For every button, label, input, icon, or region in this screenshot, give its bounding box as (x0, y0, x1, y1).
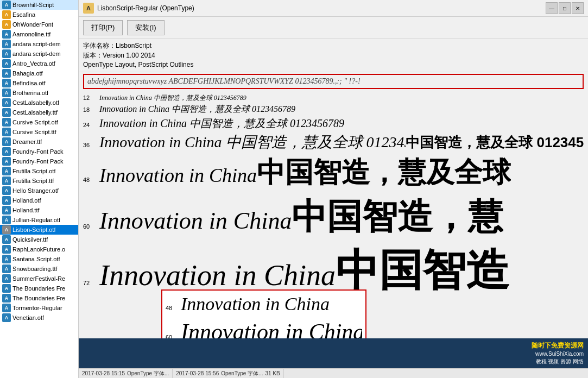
sidebar-item-19[interactable]: AHello Stranger.otf (0, 186, 78, 196)
sidebar-item-7[interactable]: ABahagia.otf (0, 68, 78, 78)
font-icon-22: A (2, 216, 11, 224)
preview-text-24: Innovation in China 中国智造，慧及全球 0123456789 (99, 116, 344, 131)
sidebar: ABrownhill-ScriptAEscafinaAOhWonderFontA… (0, 0, 79, 378)
sidebar-item-15[interactable]: AFoundry-Font Pack (0, 147, 78, 156)
sidebar-item-8[interactable]: ABefindisa.otf (0, 78, 78, 88)
font-icon-28: A (2, 274, 11, 283)
sidebar-label-1: Escafina (12, 11, 35, 18)
sidebar-item-12[interactable]: ACursive Script.otf (0, 117, 78, 127)
sidebar-item-6[interactable]: AAntro_Vectra.otf (0, 59, 78, 68)
content-area: A LisbonScript-Regular (OpenType) — □ ✕ … (79, 0, 588, 378)
status-col-1: 2017-03-28 15:15 OpenType 字体... (79, 369, 173, 378)
sidebar-item-29[interactable]: AThe Boundaries Fre (0, 284, 78, 293)
sidebar-item-9[interactable]: ABrotherina.otf (0, 88, 78, 98)
print-button[interactable]: 打印(P) (83, 20, 123, 35)
sidebar-item-3[interactable]: AAamonoline.ttf (0, 29, 78, 39)
sidebar-item-32[interactable]: AVenetian.otf (0, 313, 78, 323)
font-icon-25: A (2, 245, 11, 254)
size-label-60: 60 (83, 223, 99, 230)
sidebar-item-16[interactable]: AFoundry-Font Pack (0, 156, 78, 166)
font-icon-11: A (2, 108, 11, 117)
preview-text-18: Innovation in China 中国智造，慧及全球 0123456789 (99, 104, 295, 115)
sidebar-label-9: Brotherina.otf (12, 90, 48, 96)
sidebar-label-7: Bahagia.otf (12, 70, 43, 77)
sidebar-item-1[interactable]: AEscafina (0, 10, 78, 20)
big-preview-box: 48Innovation in China60Innovation in Chi… (161, 289, 366, 338)
sidebar-label-16: Foundry-Font Pack (12, 158, 64, 165)
sidebar-label-23: Lisbon-Script.otf (12, 226, 55, 233)
font-icon-17: A (2, 167, 11, 175)
size-row-36: 36Innovation in China 中国智造，慧及全球 0123456中… (83, 132, 584, 153)
font-icon-5: A (2, 49, 11, 58)
sidebar-label-18: Frutilla Script.ttf (12, 178, 54, 184)
size-previews: 12Innovation in China 中国智造，慧及全球 01234567… (79, 91, 588, 304)
watermark-url: www.SuiShiXia.com (532, 350, 584, 358)
size-label-18: 18 (83, 106, 99, 113)
sidebar-item-31[interactable]: ATormentor-Regular (0, 303, 78, 313)
sidebar-item-18[interactable]: AFrutilla Script.ttf (0, 176, 78, 186)
sidebar-item-4[interactable]: Aandara script-dem (0, 39, 78, 49)
font-icon-31: A (2, 304, 11, 312)
font-version-line: 版本：Version 1.00 2014 (83, 51, 584, 60)
sidebar-label-20: Holland.otf (12, 197, 41, 204)
sidebar-item-24[interactable]: AQuicksilver.ttf (0, 235, 78, 244)
sidebar-label-10: CestLalsabelly.otf (12, 99, 59, 106)
sidebar-item-25[interactable]: ARaphLanokFuture.o (0, 244, 78, 254)
sidebar-label-4: andara script-dem (12, 41, 61, 47)
char-preview-box: abdefghijmnopqrstuvwxyz ABCDEFGHIJKLMNOP… (83, 74, 584, 89)
sidebar-item-21[interactable]: AHolland.ttf (0, 205, 78, 215)
sidebar-label-0: Brownhill-Script (12, 2, 54, 8)
big-size-label-60: 60 (166, 334, 181, 338)
size-row-60: 60Innovation in China中国智造，慧 (83, 193, 584, 241)
font-icon-16: A (2, 157, 11, 166)
status-date-1: 2017-03-28 15:15 (82, 370, 125, 376)
sidebar-item-5[interactable]: Aandara script-dem (0, 49, 78, 59)
sidebar-item-14[interactable]: ADreamer.ttf (0, 137, 78, 147)
big-script-text-48: Innovation in China (181, 294, 330, 314)
sidebar-item-17[interactable]: AFrutilla Script.otf (0, 166, 78, 176)
sidebar-item-10[interactable]: ACestLalsabelly.otf (0, 98, 78, 108)
font-info: 字体名称：LisbonScript 版本：Version 1.00 2014 O… (79, 39, 588, 72)
minimize-button[interactable]: — (546, 2, 558, 14)
size-label-24: 24 (83, 122, 99, 128)
sidebar-item-23[interactable]: ALisbon-Script.otf (0, 225, 78, 235)
sidebar-item-27[interactable]: ASnowboarding.ttf (0, 264, 78, 274)
font-icon-0: A (2, 1, 11, 9)
preview-area: 12Innovation in China 中国智造，慧及全球 01234567… (79, 91, 588, 338)
sidebar-label-24: Quicksilver.ttf (12, 236, 48, 243)
big-preview-row-60: 60Innovation in China (166, 319, 362, 338)
sidebar-label-17: Frutilla Script.otf (12, 168, 55, 174)
font-icon-29: A (2, 284, 11, 293)
sidebar-item-11[interactable]: ACestLalsabelly.ttf (0, 108, 78, 117)
sidebar-item-26[interactable]: ASantana Script.otf (0, 254, 78, 264)
preview-text-72: Innovation in China (99, 259, 336, 292)
sidebar-item-2[interactable]: AOhWonderFont (0, 20, 78, 29)
font-icon-27: A (2, 264, 11, 273)
chinese-text-36: 中国智造，慧及全球 0123456 (406, 133, 584, 152)
font-name-line: 字体名称：LisbonScript (83, 41, 584, 51)
status-date-2: 2017-03-28 15:56 (176, 370, 219, 376)
sidebar-label-12: Cursive Script.otf (12, 119, 58, 125)
maximize-button[interactable]: □ (559, 2, 571, 14)
sidebar-item-0[interactable]: ABrownhill-Script (0, 0, 78, 10)
font-icon-32: A (2, 313, 11, 322)
sidebar-label-30: The Boundaries Fre (12, 295, 65, 301)
install-button[interactable]: 安装(I) (127, 20, 164, 35)
watermark-title: 随时下免费资源网 (532, 341, 584, 350)
sidebar-item-30[interactable]: AThe Boundaries Fre (0, 293, 78, 303)
sidebar-label-29: The Boundaries Fre (12, 285, 65, 292)
sidebar-label-15: Foundry-Font Pack (12, 148, 64, 155)
watermark: 随时下免费资源网 www.SuiShiXia.com 教程 视频 资源 网络 (532, 341, 584, 366)
close-button[interactable]: ✕ (572, 2, 584, 14)
sidebar-item-20[interactable]: AHolland.otf (0, 196, 78, 205)
sidebar-item-28[interactable]: ASummerFestival-Re (0, 274, 78, 284)
sidebar-label-28: SummerFestival-Re (12, 275, 65, 282)
sidebar-label-25: RaphLanokFuture.o (12, 246, 65, 253)
font-icon-8: A (2, 79, 11, 87)
sidebar-item-13[interactable]: ACursive Script.ttf (0, 127, 78, 137)
watermark-tags: 教程 视频 资源 网络 (532, 358, 584, 366)
sidebar-label-22: Jullian-Regular.otf (12, 217, 60, 223)
sidebar-label-6: Antro_Vectra.otf (12, 60, 55, 67)
titlebar: A LisbonScript-Regular (OpenType) — □ ✕ (79, 0, 588, 17)
sidebar-item-22[interactable]: AJullian-Regular.otf (0, 215, 78, 225)
